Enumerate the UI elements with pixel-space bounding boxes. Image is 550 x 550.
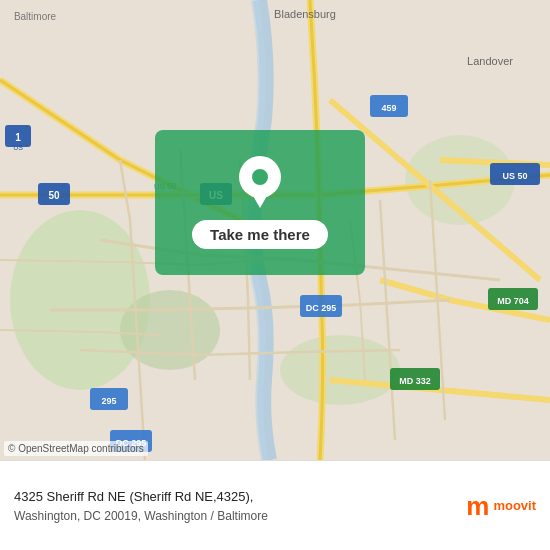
address-info: 4325 Sheriff Rd NE (Sheriff Rd NE,4325),… [14, 488, 454, 522]
location-pin-icon [239, 156, 281, 208]
moovit-letter: m [466, 493, 489, 519]
svg-text:1: 1 [15, 132, 21, 143]
svg-text:Landover: Landover [467, 55, 513, 67]
svg-text:295: 295 [101, 396, 116, 406]
take-me-there-overlay[interactable]: Take me there [155, 130, 365, 275]
city-line: Washington, DC 20019, Washington / Balti… [14, 509, 454, 523]
svg-point-1 [10, 210, 150, 390]
svg-point-3 [280, 335, 400, 405]
svg-text:50: 50 [48, 190, 60, 201]
svg-text:459: 459 [381, 103, 396, 113]
moovit-logo: m moovit [466, 493, 536, 519]
svg-text:MD 332: MD 332 [399, 376, 431, 386]
svg-text:DC 295: DC 295 [306, 303, 337, 313]
bottom-info-bar: 4325 Sheriff Rd NE (Sheriff Rd NE,4325),… [0, 460, 550, 550]
svg-text:Baltimore: Baltimore [14, 11, 57, 22]
svg-text:US: US [13, 144, 23, 151]
address-line: 4325 Sheriff Rd NE (Sheriff Rd NE,4325), [14, 488, 454, 506]
svg-text:MD 704: MD 704 [497, 296, 529, 306]
map-attribution: © OpenStreetMap contributors [4, 441, 148, 456]
svg-text:Bladensburg: Bladensburg [274, 8, 336, 20]
take-me-there-button[interactable]: Take me there [192, 220, 328, 249]
map-area: 1 US 50 US 295 DC 295 DC 295 459 US 50 M… [0, 0, 550, 460]
svg-text:US 50: US 50 [502, 171, 527, 181]
moovit-wordmark: moovit [493, 498, 536, 513]
